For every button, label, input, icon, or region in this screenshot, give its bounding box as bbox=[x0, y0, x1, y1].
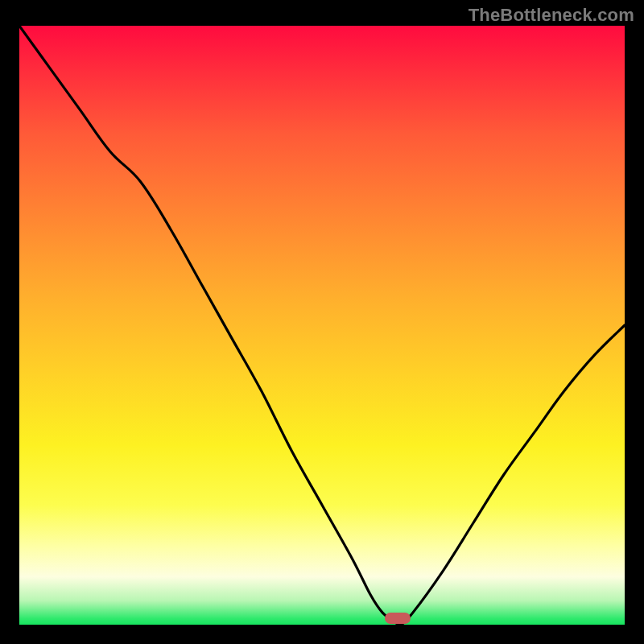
curve-path bbox=[19, 26, 625, 625]
plot-area bbox=[19, 26, 625, 625]
minimum-marker bbox=[385, 613, 411, 624]
chart-frame: TheBottleneck.com bbox=[0, 0, 644, 644]
attribution-label: TheBottleneck.com bbox=[469, 5, 634, 26]
bottleneck-curve bbox=[19, 26, 625, 625]
